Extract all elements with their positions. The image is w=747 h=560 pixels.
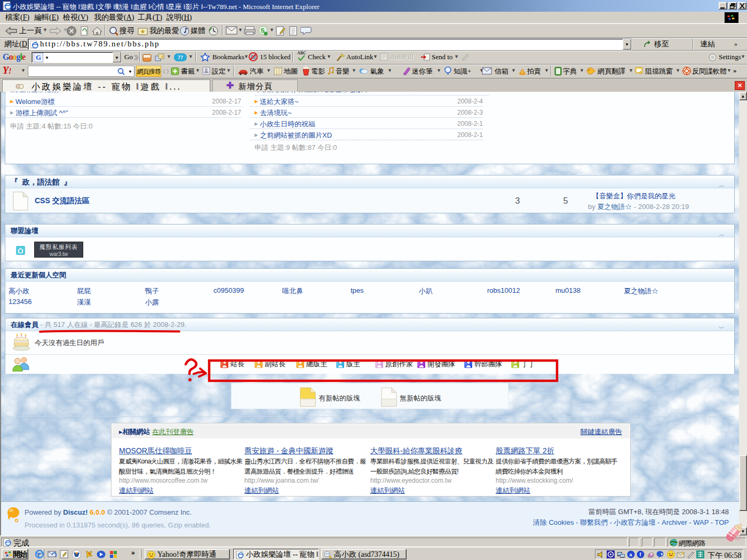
svg-text:S: S — [261, 27, 265, 34]
svg-text:e: e — [37, 551, 41, 558]
